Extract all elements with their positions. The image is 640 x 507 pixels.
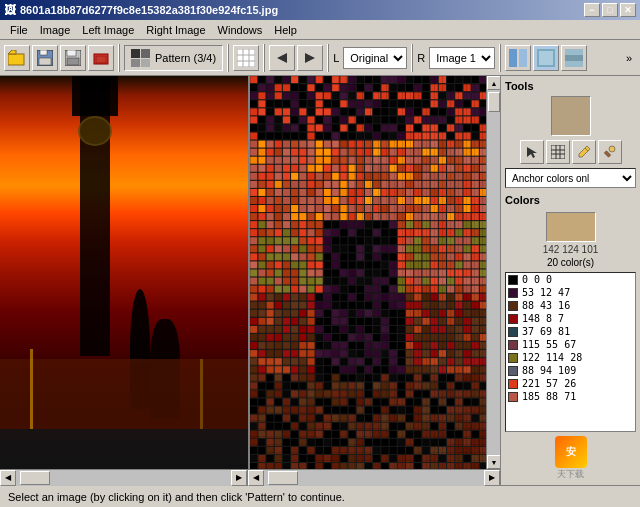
left-scroll-thumb[interactable]	[20, 471, 50, 485]
tools-header: Tools	[505, 80, 636, 92]
left-scroll-right[interactable]: ▶	[231, 470, 247, 486]
left-scroll-left[interactable]: ◀	[0, 470, 16, 486]
watermark: 安 天下载	[505, 436, 636, 481]
images-row: ▲ ▼	[0, 76, 500, 469]
title-icon: 🖼	[4, 3, 16, 17]
color-dot	[508, 366, 518, 376]
tools-panel: Tools	[500, 76, 640, 485]
toolbar: Pattern (3/4) L Original Pattern R Image…	[0, 40, 640, 76]
list-item[interactable]: 88 94 109	[506, 364, 635, 377]
color-dot	[508, 379, 518, 389]
right-mode-select[interactable]: Image 1 Image 2 Pattern	[429, 47, 495, 69]
color-dot	[508, 301, 518, 311]
left-mode-select[interactable]: Original Pattern	[343, 47, 407, 69]
svg-rect-11	[141, 49, 150, 58]
list-item[interactable]: 53 12 47	[506, 286, 635, 299]
color-dot	[508, 340, 518, 350]
left-scroll-track[interactable]	[16, 470, 231, 486]
right-scroll-track-h[interactable]	[264, 470, 484, 486]
pencil-tool[interactable]	[572, 140, 596, 164]
right-h-scrollbar[interactable]: ◀ ▶	[248, 469, 500, 485]
selected-color-swatch[interactable]	[546, 212, 596, 242]
list-item[interactable]: 221 57 26	[506, 377, 635, 390]
color-dot	[508, 288, 518, 298]
color-dot	[508, 314, 518, 324]
color-list-container[interactable]: 0 0 0 53 12 47 88 43 16 148 8 7 3	[505, 272, 636, 432]
pattern-button[interactable]: Pattern (3/4)	[124, 45, 223, 71]
menu-image[interactable]: Image	[34, 22, 77, 38]
right-scroll-right[interactable]: ▶	[484, 470, 500, 486]
svg-rect-0	[8, 54, 24, 65]
svg-rect-28	[551, 145, 565, 159]
grid-tool[interactable]	[546, 140, 570, 164]
minimize-button[interactable]: −	[584, 3, 600, 17]
color-pick-tool[interactable]	[598, 140, 622, 164]
status-bar: Select an image (by clicking on it) and …	[0, 485, 640, 507]
svg-rect-10	[131, 49, 140, 58]
view-btn-2[interactable]	[533, 45, 559, 71]
right-scroll-left[interactable]: ◀	[248, 470, 264, 486]
menu-windows[interactable]: Windows	[212, 22, 269, 38]
save-button[interactable]	[32, 45, 58, 71]
export-button[interactable]	[88, 45, 114, 71]
svg-rect-26	[565, 55, 583, 61]
arrow-tool[interactable]	[520, 140, 544, 164]
anchor-dropdown-container: Anchor colors onl All colors	[505, 168, 636, 188]
svg-marker-1	[8, 50, 16, 54]
list-item[interactable]: 88 43 16	[506, 299, 635, 312]
pixel-grid-overlay	[250, 76, 486, 469]
list-item[interactable]: 37 69 81	[506, 325, 635, 338]
image-panels: ▲ ▼ ◀ ▶ ◀	[0, 76, 500, 485]
right-scroll-track[interactable]	[487, 90, 500, 455]
window-title: 8601a18b87d6277f9c8e15382a381f30e924fc15…	[20, 4, 278, 16]
svg-rect-21	[509, 49, 517, 67]
title-bar-controls: − □ ✕	[584, 3, 636, 17]
svg-point-35	[609, 146, 615, 152]
nav-back-button[interactable]	[269, 45, 295, 71]
scrollbar-row: ◀ ▶ ◀ ▶	[0, 469, 500, 485]
right-scroll-thumb[interactable]	[488, 92, 500, 112]
color-count-label: 20 color(s)	[505, 257, 636, 268]
maximize-button[interactable]: □	[602, 3, 618, 17]
list-item[interactable]: 185 88 71	[506, 390, 635, 403]
right-scroll-up[interactable]: ▲	[487, 76, 500, 90]
anchor-colors-select[interactable]: Anchor colors onl All colors	[505, 168, 636, 188]
list-item[interactable]: 148 8 7	[506, 312, 635, 325]
right-label: R	[417, 52, 425, 64]
menu-right-image[interactable]: Right Image	[140, 22, 211, 38]
svg-rect-24	[539, 51, 553, 65]
nav-fwd-button[interactable]	[297, 45, 323, 71]
left-image-panel[interactable]	[0, 76, 248, 469]
right-image-panel[interactable]: ▲ ▼	[248, 76, 500, 469]
color-dot	[508, 275, 518, 285]
color-dot	[508, 353, 518, 363]
svg-rect-22	[519, 49, 527, 67]
svg-rect-13	[141, 59, 150, 67]
list-item[interactable]: 0 0 0	[506, 273, 635, 286]
menu-file[interactable]: File	[4, 22, 34, 38]
status-text: Select an image (by clicking on it) and …	[8, 491, 345, 503]
title-bar: 🖼 8601a18b87d6277f9c8e15382a381f30e924fc…	[0, 0, 640, 20]
right-scroll-thumb-h[interactable]	[268, 471, 298, 485]
grid-button[interactable]	[233, 45, 259, 71]
svg-marker-33	[579, 146, 590, 157]
separator-2	[227, 44, 229, 72]
view-btn-1[interactable]	[505, 45, 531, 71]
svg-marker-20	[305, 53, 315, 63]
list-item[interactable]: 122 114 28	[506, 351, 635, 364]
close-button[interactable]: ✕	[620, 3, 636, 17]
svg-rect-3	[40, 50, 47, 55]
open-folder-button[interactable]	[4, 45, 30, 71]
left-h-scrollbar[interactable]: ◀ ▶	[0, 469, 248, 485]
list-item[interactable]: 115 55 67	[506, 338, 635, 351]
toolbar-expand-button[interactable]: »	[622, 50, 636, 66]
right-v-scrollbar[interactable]: ▲ ▼	[486, 76, 500, 469]
tools-buttons-row	[505, 140, 636, 164]
title-bar-title: 🖼 8601a18b87d6277f9c8e15382a381f30e924fc…	[4, 3, 278, 17]
right-scroll-down[interactable]: ▼	[487, 455, 500, 469]
tool-color-swatch[interactable]	[551, 96, 591, 136]
menu-help[interactable]: Help	[268, 22, 303, 38]
menu-left-image[interactable]: Left Image	[76, 22, 140, 38]
view-btn-3[interactable]	[561, 45, 587, 71]
floppy-button[interactable]	[60, 45, 86, 71]
